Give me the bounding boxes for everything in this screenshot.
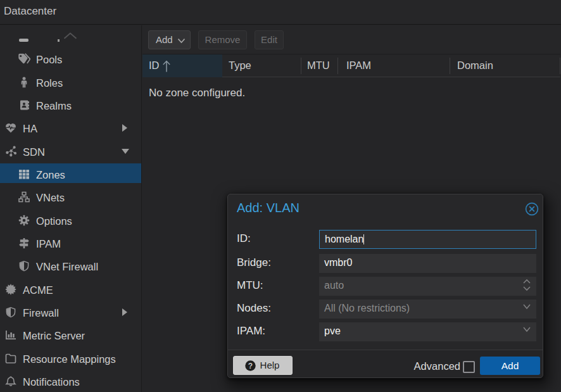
svg-text:?: ? bbox=[248, 362, 253, 370]
